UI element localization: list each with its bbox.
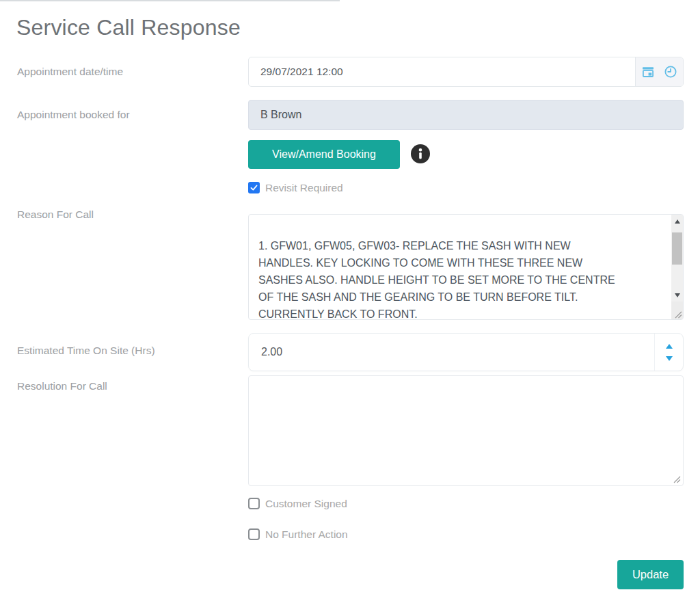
numeric-spinner bbox=[654, 334, 683, 371]
calendar-icon[interactable] bbox=[641, 65, 655, 79]
appointment-booked-for-input bbox=[248, 100, 684, 130]
datetime-picker-addon bbox=[635, 57, 683, 86]
reason-scrollbar[interactable] bbox=[671, 215, 683, 302]
reason-for-call-text: 1. GFW01, GFW05, GFW03- REPLACE THE SASH… bbox=[258, 220, 656, 320]
spinner-increase-icon[interactable] bbox=[666, 344, 673, 349]
update-button[interactable]: Update bbox=[617, 560, 684, 589]
service-call-response-form: Service Call Response Appointment date/t… bbox=[0, 0, 700, 603]
reason-for-call-textarea[interactable]: 1. GFW01, GFW05, GFW03- REPLACE THE SASH… bbox=[248, 214, 684, 320]
appointment-datetime-input[interactable] bbox=[249, 57, 635, 86]
view-amend-booking-button[interactable]: View/Amend Booking bbox=[248, 140, 400, 169]
appointment-booked-for-label: Appointment booked for bbox=[17, 109, 130, 121]
scroll-down-arrow-icon bbox=[675, 293, 680, 297]
scrollbar-thumb[interactable] bbox=[672, 232, 682, 265]
scrollbar-corner bbox=[671, 302, 683, 319]
revisit-required-label[interactable]: Revisit Required bbox=[265, 182, 343, 194]
panel-top-border bbox=[0, 0, 340, 1]
estimated-time-input[interactable] bbox=[249, 334, 654, 371]
revisit-required-checkbox[interactable] bbox=[248, 182, 260, 193]
reason-paragraph-1: 1. GFW01, GFW05, GFW03- REPLACE THE SASH… bbox=[258, 237, 656, 320]
estimated-time-group bbox=[248, 333, 684, 371]
reason-for-call-label: Reason For Call bbox=[17, 209, 94, 221]
resize-grip-icon[interactable] bbox=[673, 476, 681, 483]
customer-signed-label[interactable]: Customer Signed bbox=[265, 498, 347, 510]
no-further-action-checkbox[interactable] bbox=[248, 528, 260, 540]
no-further-action-label[interactable]: No Further Action bbox=[265, 528, 348, 541]
info-icon[interactable] bbox=[411, 144, 430, 163]
resolution-for-call-label: Resolution For Call bbox=[17, 380, 107, 392]
appointment-datetime-label: Appointment date/time bbox=[17, 66, 123, 78]
clock-icon[interactable] bbox=[664, 65, 677, 79]
spinner-decrease-icon[interactable] bbox=[666, 356, 673, 361]
resolution-for-call-textarea[interactable] bbox=[248, 375, 684, 486]
scrollbar-down-button[interactable] bbox=[671, 289, 683, 301]
customer-signed-checkbox[interactable] bbox=[248, 498, 260, 509]
resize-grip-icon[interactable] bbox=[675, 311, 682, 319]
checkmark-icon bbox=[250, 183, 258, 192]
appointment-datetime-group bbox=[248, 57, 684, 87]
scroll-up-arrow-icon bbox=[675, 219, 680, 224]
estimated-time-label: Estimated Time On Site (Hrs) bbox=[17, 345, 155, 357]
scrollbar-up-button[interactable] bbox=[671, 215, 683, 227]
page-title: Service Call Response bbox=[16, 15, 241, 40]
